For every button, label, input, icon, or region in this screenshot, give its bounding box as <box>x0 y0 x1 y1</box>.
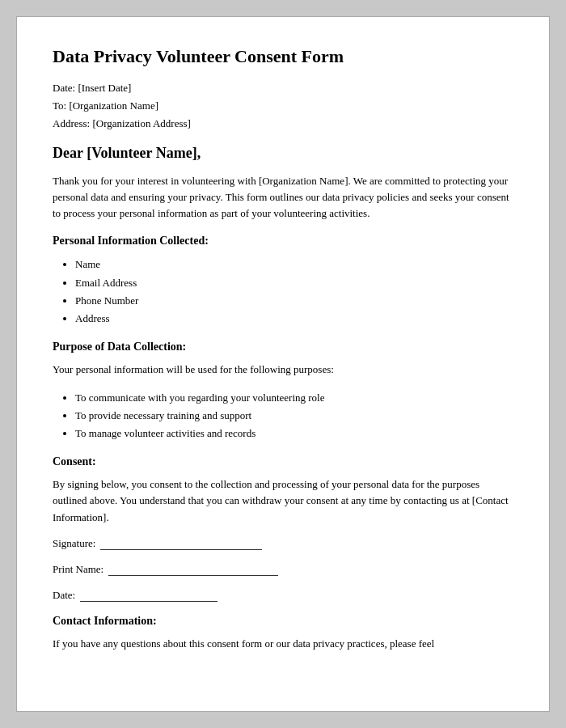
section-heading-purpose: Purpose of Data Collection: <box>53 341 513 353</box>
date-signature-line: Date: <box>53 589 513 602</box>
consent-text: By signing below, you consent to the col… <box>53 476 513 525</box>
signature-label: Signature: <box>53 537 95 550</box>
list-item: To manage volunteer activities and recor… <box>75 425 513 442</box>
date-label: Date: <box>53 82 75 94</box>
to-line: To: [Organization Name] <box>53 99 513 112</box>
signature-underline <box>100 537 262 550</box>
date-sig-underline <box>80 589 218 602</box>
address-label: Address: <box>53 117 90 129</box>
list-item: Phone Number <box>75 292 513 310</box>
date-sig-label: Date: <box>53 589 75 602</box>
to-label: To: <box>53 99 66 112</box>
date-line: Date: [Insert Date] <box>53 82 513 95</box>
print-name-underline <box>108 563 278 576</box>
section-heading-personal-info: Personal Information Collected: <box>53 235 513 248</box>
list-item: To provide necessary training and suppor… <box>75 407 513 425</box>
to-value: [Organization Name] <box>69 99 158 112</box>
intro-paragraph: Thank you for your interest in volunteer… <box>53 173 513 222</box>
address-value: [Organization Address] <box>92 117 190 129</box>
print-name-label: Print Name: <box>53 563 103 576</box>
list-item: Address <box>75 310 513 328</box>
document-container: Data Privacy Volunteer Consent Form Date… <box>16 16 550 712</box>
greeting: Dear [Volunteer Name], <box>53 145 513 162</box>
purpose-list: To communicate with you regarding your v… <box>75 389 513 442</box>
date-value: [Insert Date] <box>78 82 131 94</box>
list-item: Email Address <box>75 274 513 292</box>
address-line: Address: [Organization Address] <box>53 117 513 130</box>
section-heading-consent: Consent: <box>53 455 513 468</box>
contact-text: If you have any questions about this con… <box>53 636 513 652</box>
print-name-line: Print Name: <box>53 563 513 576</box>
personal-info-list: Name Email Address Phone Number Address <box>75 256 513 327</box>
list-item: To communicate with you regarding your v… <box>75 389 513 407</box>
purpose-intro: Your personal information will be used f… <box>53 362 513 378</box>
section-heading-contact: Contact Information: <box>53 615 513 628</box>
document-title: Data Privacy Volunteer Consent Form <box>53 46 513 67</box>
signature-section: Signature: Print Name: Date: <box>53 537 513 602</box>
signature-line: Signature: <box>53 537 513 550</box>
list-item: Name <box>75 256 513 273</box>
